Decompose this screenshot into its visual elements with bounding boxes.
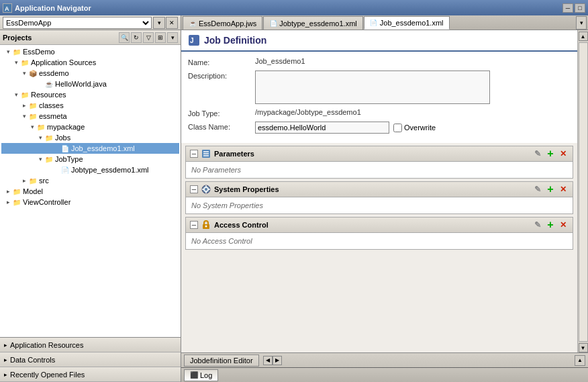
toggle-model[interactable]: ▸ [4, 187, 12, 195]
parameters-toggle[interactable]: ─ [190, 150, 198, 158]
label-src: src [39, 177, 49, 185]
system-properties-empty-text: No System Properties [191, 201, 263, 209]
access-control-toggle[interactable]: ─ [190, 221, 198, 229]
left-btn-2[interactable]: ✕ [166, 17, 178, 29]
system-properties-icon [201, 184, 211, 195]
toggle-appsources[interactable]: ▾ [12, 58, 20, 66]
more-icon[interactable]: ▾ [167, 32, 178, 43]
recently-opened-section[interactable]: ▸ Recently Opened Files [0, 367, 181, 382]
tree-item-classes[interactable]: ▸ 📁 classes [1, 100, 179, 111]
label-essdemo-pkg: essdemo [39, 69, 69, 77]
tree-item-src[interactable]: ▸ 📁 src [1, 175, 179, 186]
tree-item-appsources[interactable]: ▾ 📁 Application Sources [1, 57, 179, 68]
tree-item-jobs[interactable]: ▾ 📁 Jobs [1, 132, 179, 143]
toggle-essdemo[interactable]: ▾ [4, 48, 12, 56]
description-input[interactable] [255, 70, 490, 104]
scrollbar-track[interactable] [579, 42, 588, 342]
toggle-essmeta[interactable]: ▾ [20, 112, 28, 120]
class-name-input[interactable] [255, 122, 389, 134]
toggle-resources[interactable]: ▾ [12, 91, 20, 99]
folder-icon-classes: 📁 [28, 101, 38, 110]
restore-btn[interactable]: □ [575, 3, 585, 13]
parameters-remove-btn[interactable]: ✕ [558, 148, 569, 159]
toggle-viewcontroller[interactable]: ▸ [4, 198, 12, 206]
system-properties-add-btn[interactable]: + [545, 184, 556, 195]
tree-item-resources[interactable]: ▾ 📁 Resources [1, 89, 179, 100]
tree-item-helloworld[interactable]: ☕ HelloWorld.java [1, 79, 179, 89]
tab-job-essdemo1[interactable]: 📄 Job_essdemo1.xml [364, 16, 450, 30]
tree-item-jobtype[interactable]: ▾ 📁 JobType [1, 154, 179, 164]
label-classes: classes [39, 101, 64, 109]
tab-jobtype-essdemo1[interactable]: 📄 Jobtype_essdemo1.xml [263, 16, 363, 30]
overwrite-label: Overwrite [404, 124, 436, 132]
svg-text:A: A [5, 5, 9, 12]
svg-point-15 [205, 226, 207, 228]
system-properties-panel: ─ System [185, 181, 573, 214]
toggle-mypackage[interactable]: ▾ [28, 123, 36, 131]
toggle-jobs[interactable]: ▾ [36, 134, 44, 142]
tree-item-essdemo[interactable]: ▾ 📁 EssDemo [1, 46, 179, 57]
search-icon[interactable]: 🔍 [119, 32, 130, 43]
form-body: Name: Job_essdemo1 Description: Job Type… [181, 52, 577, 143]
parameters-content: No Parameters [186, 162, 573, 178]
system-properties-toggle[interactable]: ─ [190, 185, 198, 193]
data-controls-label: Data Controls [10, 356, 55, 364]
tree-item-essdemo-pkg[interactable]: ▾ 📦 essdemo [1, 68, 179, 79]
tree-item-job-essdemo1[interactable]: 📄 Job_essdemo1.xml [1, 143, 179, 154]
log-tab[interactable]: ⬛ Log [184, 369, 218, 381]
tab-essdemoapp-jws[interactable]: ☕ EssDemoApp.jws [183, 16, 262, 30]
minimize-btn[interactable]: ─ [562, 3, 573, 13]
toggle-classes[interactable]: ▸ [20, 101, 28, 109]
access-control-add-btn[interactable]: + [545, 220, 556, 230]
folder-icon-mypackage: 📁 [36, 122, 46, 132]
tree-area[interactable]: ▾ 📁 EssDemo ▾ 📁 Application Sources ▾ 📦 … [0, 45, 181, 337]
label-jobtype-essdemo1: Jobtype_essdemo1.xml [71, 166, 149, 174]
filter-icon[interactable]: ▽ [143, 32, 154, 43]
parameters-header[interactable]: ─ Parameters ✎ [186, 146, 573, 162]
tree-item-viewcontroller[interactable]: ▸ 📁 ViewController [1, 197, 179, 207]
refresh-icon[interactable]: ↻ [131, 32, 142, 43]
tree-item-jobtype-essdemo1[interactable]: 📄 Jobtype_essdemo1.xml [1, 164, 179, 175]
label-resources: Resources [31, 91, 66, 99]
app-resources-section[interactable]: ▸ Application Resources [0, 338, 181, 352]
scrollbar-up-btn[interactable]: ▲ [579, 32, 588, 41]
access-control-icon [201, 220, 211, 230]
status-scroll: ◀ ▶ [263, 356, 282, 365]
layout-icon[interactable]: ⊞ [155, 32, 166, 43]
parameters-edit-btn[interactable]: ✎ [532, 148, 543, 159]
access-control-remove-btn[interactable]: ✕ [558, 220, 569, 230]
access-control-header[interactable]: ─ Access Control ✎ [186, 218, 573, 233]
scrollbar-down-btn[interactable]: ▼ [579, 343, 588, 352]
parameters-empty-text: No Parameters [191, 166, 241, 174]
tree-item-essmeta[interactable]: ▾ 📁 essmeta [1, 111, 179, 122]
parameters-title: Parameters [214, 150, 532, 158]
tabs-scroll-btn[interactable]: ▾ [576, 16, 587, 30]
toggle-src[interactable]: ▸ [20, 177, 28, 185]
system-properties-remove-btn[interactable]: ✕ [558, 184, 569, 195]
status-expand-btn[interactable]: ▲ [575, 355, 585, 366]
tree-item-mypackage[interactable]: ▾ 📁 mypackage [1, 122, 179, 132]
access-control-empty-text: No Access Control [191, 237, 252, 245]
folder-icon-appsources: 📁 [20, 58, 30, 67]
scroll-left-btn[interactable]: ◀ [263, 356, 273, 365]
label-jobtype: JobType [55, 155, 83, 163]
app-dropdown[interactable]: EssDemoApp [3, 17, 152, 29]
toggle-essdemo-pkg[interactable]: ▾ [20, 69, 28, 77]
toggle-helloworld [36, 80, 44, 88]
editor-tab[interactable]: Jobdefinition Editor [184, 354, 259, 367]
scroll-right-btn[interactable]: ▶ [273, 356, 282, 365]
system-properties-header[interactable]: ─ System [186, 182, 573, 197]
overwrite-checkbox[interactable] [393, 124, 402, 132]
label-job-essdemo1: Job_essdemo1.xml [71, 144, 135, 152]
log-icon: ⬛ [190, 371, 198, 379]
system-properties-edit-btn[interactable]: ✎ [532, 184, 543, 195]
left-btn-1[interactable]: ▾ [153, 17, 165, 29]
access-control-edit-btn[interactable]: ✎ [532, 220, 543, 230]
tree-item-model[interactable]: ▸ 📁 Model [1, 186, 179, 197]
parameters-add-btn[interactable]: + [545, 148, 556, 159]
system-properties-title: System Properties [214, 185, 532, 193]
toggle-jobtype[interactable]: ▾ [36, 155, 44, 163]
data-controls-section[interactable]: ▸ Data Controls [0, 352, 181, 367]
label-appsources: Application Sources [31, 58, 96, 66]
bottom-sections: ▸ Application Resources ▸ Data Controls … [0, 337, 181, 382]
